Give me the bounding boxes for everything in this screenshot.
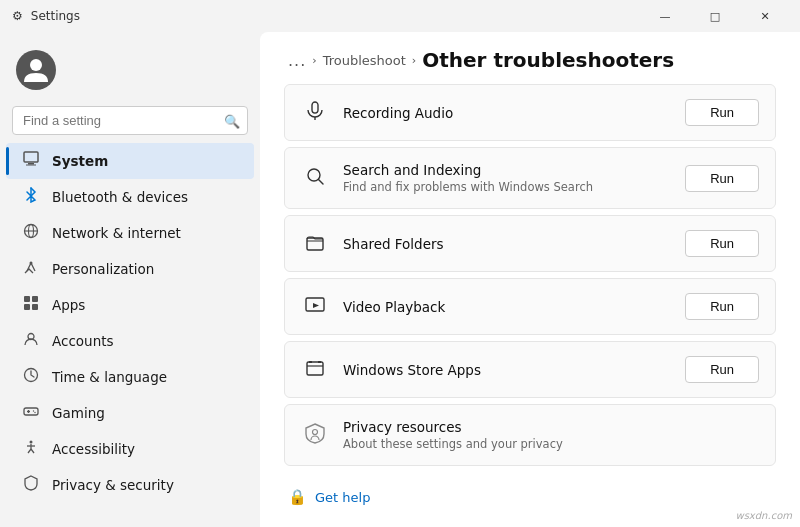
- close-button[interactable]: ✕: [742, 6, 788, 26]
- search-indexing-subtitle: Find and fix problems with Windows Searc…: [343, 180, 671, 194]
- svg-rect-10: [24, 304, 30, 310]
- avatar: [16, 50, 56, 90]
- sidebar-item-bluetooth[interactable]: Bluetooth & devices: [6, 179, 254, 215]
- svg-rect-1: [24, 152, 38, 162]
- breadcrumb-chevron-1: ›: [312, 54, 316, 67]
- svg-rect-2: [28, 163, 34, 165]
- troubleshooter-item-search-indexing: Search and IndexingFind and fix problems…: [284, 147, 776, 209]
- app-body: 🔍 SystemBluetooth & devicesNetwork & int…: [0, 32, 800, 527]
- search-indexing-run-button[interactable]: Run: [685, 165, 759, 192]
- search-indexing-text: Search and IndexingFind and fix problems…: [343, 162, 671, 194]
- svg-rect-31: [307, 362, 323, 375]
- sidebar-item-label-system: System: [52, 153, 108, 169]
- svg-rect-24: [312, 102, 318, 113]
- svg-rect-9: [32, 296, 38, 302]
- windows-store-apps-run-button[interactable]: Run: [685, 356, 759, 383]
- recording-audio-run-button[interactable]: Run: [685, 99, 759, 126]
- title-bar-controls: — □ ✕: [642, 6, 788, 26]
- shared-folders-title: Shared Folders: [343, 236, 671, 252]
- recording-audio-icon: [301, 101, 329, 125]
- svg-line-23: [31, 449, 34, 453]
- personalization-nav-icon: [22, 259, 40, 279]
- breadcrumb-chevron-2: ›: [412, 54, 416, 67]
- video-playback-text: Video Playback: [343, 299, 671, 315]
- sidebar-item-privacy[interactable]: Privacy & security: [6, 467, 254, 503]
- sidebar-item-gaming[interactable]: Gaming: [6, 395, 254, 431]
- sidebar-item-accessibility[interactable]: Accessibility: [6, 431, 254, 467]
- svg-rect-33: [309, 361, 312, 363]
- sidebar-item-label-bluetooth: Bluetooth & devices: [52, 189, 188, 205]
- sidebar-item-personalization[interactable]: Personalization: [6, 251, 254, 287]
- shared-folders-icon: [301, 232, 329, 256]
- windows-store-apps-text: Windows Store Apps: [343, 362, 671, 378]
- svg-line-22: [28, 449, 31, 453]
- search-box[interactable]: 🔍: [12, 106, 248, 135]
- accessibility-nav-icon: [22, 439, 40, 459]
- troubleshooter-item-shared-folders: Shared FoldersRun: [284, 215, 776, 272]
- svg-rect-8: [24, 296, 30, 302]
- breadcrumb-dots[interactable]: ...: [288, 51, 306, 70]
- search-indexing-icon: [301, 166, 329, 190]
- sidebar-item-network[interactable]: Network & internet: [6, 215, 254, 251]
- get-help-label: Get help: [315, 490, 370, 505]
- search-icon: 🔍: [224, 113, 240, 128]
- title-bar: ⚙ Settings — □ ✕: [0, 0, 800, 32]
- svg-point-18: [34, 412, 35, 413]
- svg-point-17: [33, 410, 34, 411]
- video-playback-icon: [301, 295, 329, 319]
- apps-nav-icon: [22, 295, 40, 315]
- troubleshooter-item-windows-store-apps: Windows Store AppsRun: [284, 341, 776, 398]
- svg-rect-11: [32, 304, 38, 310]
- sidebar-item-label-accounts: Accounts: [52, 333, 114, 349]
- network-nav-icon: [22, 223, 40, 243]
- shared-folders-run-button[interactable]: Run: [685, 230, 759, 257]
- sidebar-item-time[interactable]: Time & language: [6, 359, 254, 395]
- privacy-resources-subtitle: About these settings and your privacy: [343, 437, 759, 451]
- maximize-button[interactable]: □: [692, 6, 738, 26]
- system-nav-icon: [22, 151, 40, 171]
- privacy-resources-icon: [301, 422, 329, 448]
- sidebar: 🔍 SystemBluetooth & devicesNetwork & int…: [0, 32, 260, 527]
- sidebar-item-system[interactable]: System: [6, 143, 254, 179]
- svg-rect-28: [307, 238, 323, 250]
- title-bar-left: ⚙ Settings: [12, 9, 80, 23]
- search-indexing-title: Search and Indexing: [343, 162, 671, 178]
- app-title: Settings: [31, 9, 80, 23]
- accounts-nav-icon: [22, 331, 40, 351]
- gaming-nav-icon: [22, 403, 40, 423]
- get-help-icon: 🔒: [288, 488, 307, 506]
- get-help-link[interactable]: 🔒 Get help: [260, 472, 800, 522]
- svg-line-27: [319, 180, 324, 185]
- svg-marker-30: [313, 303, 319, 308]
- svg-point-7: [30, 262, 33, 265]
- sidebar-item-label-apps: Apps: [52, 297, 85, 313]
- sidebar-item-accounts[interactable]: Accounts: [6, 323, 254, 359]
- settings-icon: ⚙: [12, 9, 23, 23]
- search-input[interactable]: [12, 106, 248, 135]
- breadcrumb-current: Other troubleshooters: [422, 48, 674, 72]
- troubleshooter-list: Recording AudioRunSearch and IndexingFin…: [260, 84, 800, 466]
- shared-folders-text: Shared Folders: [343, 236, 671, 252]
- troubleshooter-item-recording-audio: Recording AudioRun: [284, 84, 776, 141]
- troubleshooter-item-video-playback: Video PlaybackRun: [284, 278, 776, 335]
- recording-audio-title: Recording Audio: [343, 105, 671, 121]
- privacy-resources-title: Privacy resources: [343, 419, 759, 435]
- watermark: wsxdn.com: [735, 510, 792, 521]
- breadcrumb: ... › Troubleshoot › Other troubleshoote…: [260, 32, 800, 84]
- recording-audio-text: Recording Audio: [343, 105, 671, 121]
- privacy-nav-icon: [22, 475, 40, 495]
- svg-point-35: [313, 430, 318, 435]
- sidebar-item-label-personalization: Personalization: [52, 261, 154, 277]
- sidebar-profile: [0, 40, 260, 106]
- breadcrumb-link[interactable]: Troubleshoot: [323, 53, 406, 68]
- minimize-button[interactable]: —: [642, 6, 688, 26]
- windows-store-apps-title: Windows Store Apps: [343, 362, 671, 378]
- sidebar-item-label-gaming: Gaming: [52, 405, 105, 421]
- sidebar-item-label-privacy: Privacy & security: [52, 477, 174, 493]
- svg-rect-14: [24, 408, 38, 415]
- privacy-resources-text: Privacy resourcesAbout these settings an…: [343, 419, 759, 451]
- sidebar-item-apps[interactable]: Apps: [6, 287, 254, 323]
- svg-point-19: [30, 441, 33, 444]
- sidebar-item-label-accessibility: Accessibility: [52, 441, 135, 457]
- video-playback-run-button[interactable]: Run: [685, 293, 759, 320]
